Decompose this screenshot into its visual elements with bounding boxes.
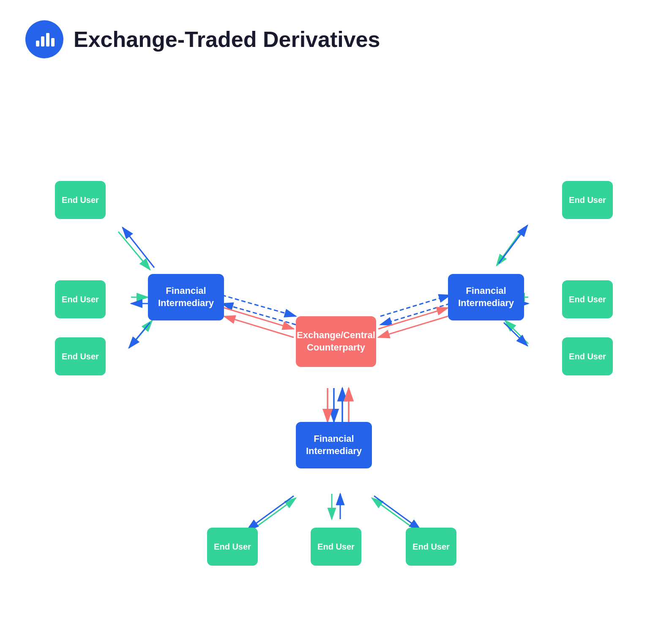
svg-rect-2 <box>46 33 49 47</box>
fi-bottom-node: Financial Intermediary <box>296 422 372 468</box>
svg-line-13 <box>380 304 450 325</box>
svg-line-23 <box>123 227 154 268</box>
svg-line-17 <box>378 316 448 337</box>
eu-mid-right2-node: End User <box>562 337 613 375</box>
svg-line-39 <box>374 496 421 530</box>
svg-line-16 <box>378 308 448 329</box>
svg-line-10 <box>222 295 296 316</box>
eu-bottom-left-node: End User <box>207 528 258 566</box>
fi-right-node: Financial Intermediary <box>448 274 524 320</box>
logo-icon <box>25 20 63 58</box>
svg-line-27 <box>129 323 150 348</box>
page-title: Exchange-Traded Derivatives <box>74 27 380 52</box>
svg-rect-1 <box>41 36 44 47</box>
eu-top-left-node: End User <box>55 181 106 219</box>
svg-line-34 <box>249 498 296 532</box>
svg-line-29 <box>499 225 527 263</box>
fi-left-node: Financial Intermediary <box>148 274 224 320</box>
svg-line-32 <box>505 320 528 344</box>
eu-mid-right1-node: End User <box>562 280 613 318</box>
svg-line-12 <box>380 295 450 316</box>
exchange-node: Exchange/Central Counterparty <box>296 316 376 367</box>
svg-line-35 <box>247 496 294 530</box>
eu-bottom-right-node: End User <box>406 528 456 566</box>
eu-mid-left1-node: End User <box>55 280 106 318</box>
svg-line-11 <box>222 304 296 325</box>
svg-line-22 <box>118 232 150 270</box>
svg-rect-3 <box>51 38 55 47</box>
svg-line-26 <box>131 320 152 346</box>
svg-line-14 <box>224 308 294 329</box>
eu-mid-left2-node: End User <box>55 337 106 375</box>
svg-line-33 <box>504 323 527 346</box>
svg-line-28 <box>497 227 524 265</box>
page-header: Exchange-Traded Derivatives <box>0 0 672 67</box>
eu-top-right-node: End User <box>562 181 613 219</box>
svg-line-15 <box>224 316 294 337</box>
diagram-area: Financial Intermediary Financial Interme… <box>0 67 672 616</box>
svg-line-38 <box>372 498 418 532</box>
svg-rect-0 <box>36 41 39 47</box>
eu-bottom-mid-node: End User <box>311 528 361 566</box>
